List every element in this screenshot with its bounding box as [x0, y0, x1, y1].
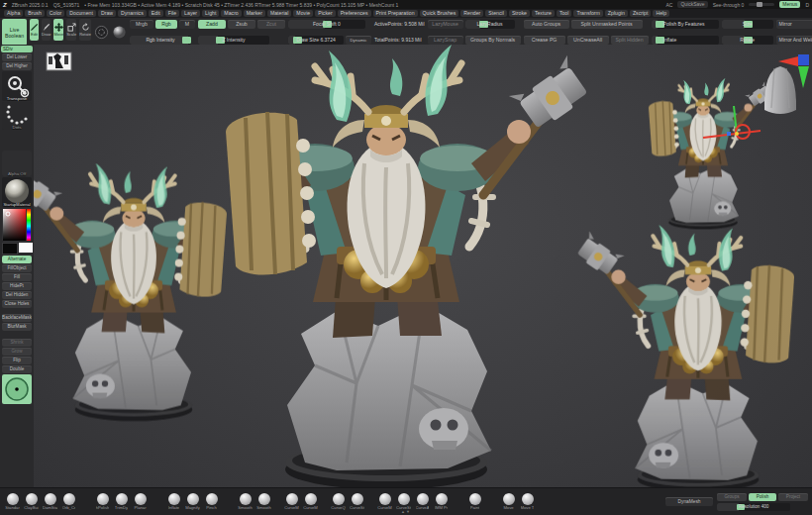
brush-thumbnail[interactable]: TrimDy [113, 493, 130, 510]
brush-thumbnail[interactable]: CurveM [376, 493, 393, 510]
stroke-thumbnail[interactable]: Dots [2, 102, 32, 130]
split-unmasked-points-button[interactable]: Split Unmasked Points [571, 20, 643, 29]
menu-item[interactable]: Quick Brushes [420, 10, 459, 17]
menu-item[interactable]: Alpha [4, 10, 23, 17]
rgb-button[interactable]: Rgb [155, 20, 177, 29]
menu-item[interactable]: Texture [532, 10, 555, 17]
brush-thumbnail[interactable]: Orb_Cr [60, 493, 77, 510]
mirror-and-weld-dropdown[interactable]: Mirror And Weld [776, 36, 812, 45]
auto-groups-button[interactable]: Auto Groups [524, 20, 569, 29]
menu-item[interactable]: Draw [98, 10, 116, 17]
sculptris-pro-icon[interactable] [94, 25, 109, 40]
brush-thumbnail[interactable]: Magnify [184, 493, 201, 510]
menu-item[interactable]: Material [267, 10, 291, 17]
fill-button[interactable]: Fill [2, 273, 32, 281]
menu-item[interactable]: Stencil [485, 10, 507, 17]
see-through-slider[interactable] [749, 3, 774, 6]
default-zscript-button[interactable]: D [805, 2, 809, 8]
lazymouse-button[interactable]: LazyMouse [428, 20, 463, 29]
lazysnap-button[interactable]: LazySnap [428, 36, 463, 45]
menu-item[interactable]: Macro [221, 10, 241, 17]
crease-pg-button[interactable]: Crease PG [524, 36, 565, 45]
menu-item[interactable]: Marker [244, 10, 265, 17]
lazyradius-slider[interactable]: LazyRadius [465, 20, 515, 29]
edit-button[interactable]: Edit [30, 19, 39, 41]
mrgb-button[interactable]: Mrgb [130, 20, 153, 29]
shaded-sphere-icon[interactable] [112, 25, 127, 40]
brush-thumbnail[interactable]: hPolish [94, 493, 111, 510]
menu-item[interactable]: Document [66, 10, 96, 17]
brush-thumbnail[interactable]: Paint [466, 493, 483, 510]
material-thumbnail[interactable]: StartupMaterial [2, 177, 32, 207]
uncrease-all-button[interactable]: UnCreaseAll [567, 36, 609, 45]
sculpt-canvas[interactable] [34, 45, 812, 488]
zcut-button[interactable]: Zcut [257, 20, 285, 29]
menu-item[interactable]: Zscript [630, 10, 652, 17]
brush-thumbnail[interactable]: Smooth [255, 493, 272, 510]
brush-thumbnail[interactable]: Planar [132, 493, 149, 510]
brush-thumbnail[interactable]: Pinch [203, 493, 220, 510]
menu-item[interactable]: Transform [573, 10, 602, 17]
alternate-button[interactable]: Alternate [2, 256, 32, 263]
brush-thumbnail[interactable]: IMM Pr [433, 493, 450, 510]
menu-item[interactable]: Help [653, 10, 669, 17]
menu-item[interactable]: Picker [315, 10, 335, 17]
menu-item[interactable]: Print Preparation [373, 10, 418, 17]
menu-item[interactable]: Color [47, 10, 64, 17]
zsub-button[interactable]: Zsub [228, 20, 255, 29]
dynamesh-button[interactable]: DynaMesh [665, 497, 713, 506]
del-hidden-button[interactable]: Del Hidden [2, 291, 32, 299]
project-button[interactable]: Project [778, 493, 808, 501]
menu-item[interactable]: File [165, 10, 179, 17]
menu-item[interactable]: Brush [25, 10, 45, 17]
menus-toggle[interactable]: Menus [779, 1, 800, 8]
blurmask-button[interactable]: BlurMask [2, 323, 32, 331]
brush-thumbnail[interactable]: CurveSt [349, 493, 365, 510]
scale-button[interactable]: Scale [66, 19, 76, 41]
brush-thumbnail[interactable]: ClayBui [23, 493, 40, 510]
m-button[interactable]: M [179, 20, 195, 29]
menu-item[interactable]: Movie [293, 10, 313, 17]
flip-button[interactable]: Flip [2, 357, 32, 364]
backfacemask-button[interactable]: BackfaceMask [2, 314, 32, 322]
rotate-button[interactable]: Rotate [79, 19, 91, 41]
rgb-intensity-slider[interactable]: Rgb Intensity [130, 36, 191, 45]
brush-thumbnail[interactable]: CurveM [302, 493, 319, 510]
secondary-color-swatch[interactable] [2, 243, 18, 255]
alpha-thumbnail[interactable]: Alpha Off [2, 151, 32, 176]
menu-item[interactable]: Edit [149, 10, 163, 17]
double-button[interactable]: Double [2, 365, 32, 373]
brush-thumbnail[interactable]: CurveA [414, 493, 431, 510]
inflate-slider[interactable]: Inflate [652, 36, 719, 45]
menu-item[interactable]: Zplugin [605, 10, 628, 17]
focal-shift-slider[interactable]: Focal Shift 0 [288, 20, 365, 29]
groups-by-normals-button[interactable]: Groups By Normals [465, 36, 521, 45]
menu-item[interactable]: Light [202, 10, 219, 17]
brush-thumbnail[interactable]: Smooth [237, 493, 254, 510]
menu-item[interactable]: Stroke [509, 10, 530, 17]
resolution-slider[interactable]: Resolution 400 [717, 503, 790, 511]
color-picker[interactable] [2, 208, 32, 242]
mirror-dropdown[interactable]: Mirror [776, 20, 812, 29]
quicksave-button[interactable]: QuickSave [677, 1, 707, 8]
groups-button[interactable]: Groups [717, 493, 747, 501]
menu-item[interactable]: Preferences [338, 10, 371, 17]
shrink-button[interactable]: Shrink [2, 339, 32, 347]
hidept-button[interactable]: HidePt [2, 282, 32, 290]
stroke-direction-widget[interactable] [2, 374, 32, 404]
zadd-button[interactable]: Zadd [198, 20, 226, 29]
menu-item[interactable]: Dynamics [118, 10, 147, 17]
menu-item[interactable]: Tool [557, 10, 572, 17]
del-higher-button[interactable]: Del Higher [2, 62, 32, 70]
brush-thumbnail[interactable]: CurveSt [395, 493, 412, 510]
polish-button[interactable]: Polish [749, 493, 776, 501]
brush-thumbnail[interactable]: Move [500, 493, 517, 510]
move-button[interactable]: Move [53, 19, 63, 41]
draw-size-slider[interactable]: Draw Size 6.3724 [288, 36, 344, 45]
draw-button[interactable]: Draw [42, 19, 51, 41]
size-slider[interactable]: Size [722, 20, 773, 29]
menu-item[interactable]: Layer [181, 10, 200, 17]
brush-thumbnail[interactable]: Inflate [165, 493, 182, 510]
brush-thumbnail[interactable]: CurveM [283, 493, 300, 510]
sdiv-slider[interactable]: SDiv [1, 46, 33, 52]
